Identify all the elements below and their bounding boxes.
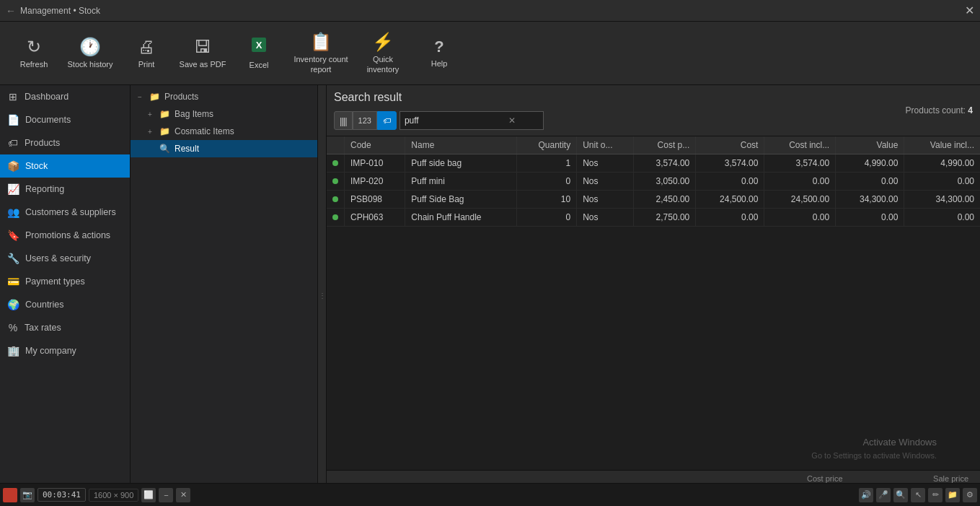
folder-cosmatic-icon: 📁 bbox=[159, 126, 170, 136]
taskbar-pen-icon[interactable]: ✏ bbox=[928, 488, 943, 502]
refresh-button[interactable]: ↻ Refresh bbox=[7, 25, 61, 82]
row-name: Puff mini bbox=[405, 173, 516, 191]
result-icon: 🔍 bbox=[159, 144, 170, 154]
search-filter-barcode[interactable]: |||| bbox=[334, 111, 353, 130]
back-icon[interactable]: ← bbox=[6, 5, 16, 17]
tree-toggle-result bbox=[148, 145, 155, 153]
search-input[interactable] bbox=[405, 115, 506, 126]
folder-products-icon: 📁 bbox=[149, 92, 160, 102]
taskbar-settings-icon[interactable]: ⚙ bbox=[963, 488, 977, 502]
sidebar-item-promotions-label: Promotions & actions bbox=[25, 230, 110, 240]
stock-history-label: Stock history bbox=[68, 60, 113, 69]
tax-icon: % bbox=[7, 322, 19, 333]
col-value-incl[interactable]: Value incl... bbox=[904, 136, 980, 154]
sidebar-item-dashboard[interactable]: ⊞ Dashboard bbox=[0, 85, 130, 108]
stock-history-button[interactable]: 🕐 Stock history bbox=[63, 25, 117, 82]
sidebar-item-countries[interactable]: 🌍 Countries bbox=[0, 293, 130, 316]
sidebar: ⊞ Dashboard 📄 Documents 🏷 Products 📦 Sto… bbox=[0, 85, 131, 506]
inventory-table: Code Name Quantity Unit o... Cost p... C… bbox=[327, 136, 980, 227]
col-value[interactable]: Value bbox=[836, 136, 904, 154]
sidebar-item-documents[interactable]: 📄 Documents bbox=[0, 108, 130, 131]
sidebar-item-customers-suppliers[interactable]: 👥 Customers & suppliers bbox=[0, 201, 130, 224]
row-cost-incl: 24,500.00 bbox=[764, 191, 836, 209]
row-value-incl: 0.00 bbox=[904, 209, 980, 227]
sidebar-item-stock-label: Stock bbox=[25, 161, 48, 171]
products-count: Products count: 4 bbox=[906, 105, 973, 115]
col-cost-p[interactable]: Cost p... bbox=[634, 136, 696, 154]
tree-item-bag-items[interactable]: + 📁 Bag Items bbox=[131, 105, 317, 123]
tree-toggle-cosmatic: + bbox=[148, 128, 155, 136]
row-dot bbox=[327, 173, 345, 191]
taskbar-mic-icon[interactable]: 🎤 bbox=[876, 488, 891, 502]
row-cost: 0.00 bbox=[696, 173, 764, 191]
save-as-pdf-button[interactable]: 🖫 Save as PDF bbox=[176, 25, 229, 82]
tree-item-result[interactable]: 🔍 Result bbox=[131, 140, 317, 157]
col-quantity[interactable]: Quantity bbox=[516, 136, 576, 154]
print-button[interactable]: 🖨 Print bbox=[120, 25, 173, 82]
sale-price-label: Sale price bbox=[933, 474, 968, 483]
col-unit[interactable]: Unit o... bbox=[577, 136, 634, 154]
sidebar-item-documents-label: Documents bbox=[25, 115, 71, 125]
close-icon[interactable]: ✕ bbox=[965, 5, 974, 17]
table-header-row: Code Name Quantity Unit o... Cost p... C… bbox=[327, 136, 980, 154]
sidebar-item-users-security[interactable]: 🔧 Users & security bbox=[0, 247, 130, 270]
sidebar-item-payment-types[interactable]: 💳 Payment types bbox=[0, 270, 130, 293]
excel-button[interactable]: X Excel bbox=[232, 25, 286, 82]
row-code: CPH063 bbox=[345, 209, 405, 227]
col-name[interactable]: Name bbox=[405, 136, 516, 154]
search-filter-123[interactable]: 123 bbox=[353, 111, 377, 130]
tree-item-products[interactable]: − 📁 Products bbox=[131, 88, 317, 105]
row-cost-incl: 0.00 bbox=[764, 209, 836, 227]
row-value: 34,300.00 bbox=[836, 191, 904, 209]
row-cost-incl: 0.00 bbox=[764, 173, 836, 191]
table-row[interactable]: PSB098 Puff Side Bag 10 Nos 2,450.00 24,… bbox=[327, 191, 980, 209]
titlebar-title: Management • Stock bbox=[20, 6, 100, 16]
table-row[interactable]: CPH063 Chain Puff Handle 0 Nos 2,750.00 … bbox=[327, 209, 980, 227]
quick-inventory-icon: ⚡ bbox=[372, 32, 394, 52]
row-quantity: 10 bbox=[516, 191, 576, 209]
sidebar-item-stock[interactable]: 📦 Stock bbox=[0, 154, 130, 178]
tree-result-label: Result bbox=[175, 144, 199, 154]
quick-inventory-label: Quick inventory bbox=[359, 55, 407, 74]
taskbar-close-small-icon[interactable]: ✕ bbox=[176, 488, 190, 502]
sidebar-item-reporting[interactable]: 📈 Reporting bbox=[0, 178, 130, 201]
taskbar-search-icon[interactable]: 🔍 bbox=[893, 488, 908, 502]
sidebar-item-tax-rates[interactable]: % Tax rates bbox=[0, 316, 130, 339]
quick-inventory-button[interactable]: ⚡ Quick inventory bbox=[356, 25, 410, 82]
sidebar-item-reporting-label: Reporting bbox=[25, 184, 64, 194]
sidebar-item-my-company[interactable]: 🏢 My company bbox=[0, 339, 130, 362]
col-cost-incl[interactable]: Cost incl... bbox=[764, 136, 836, 154]
row-dot bbox=[327, 209, 345, 227]
tree-item-cosmatic-items[interactable]: + 📁 Cosmatic Items bbox=[131, 123, 317, 140]
taskbar-camera-icon[interactable]: 📷 bbox=[20, 488, 35, 502]
table-row[interactable]: IMP-010 Puff side bag 1 Nos 3,574.00 3,5… bbox=[327, 154, 980, 173]
search-clear-icon[interactable]: ✕ bbox=[508, 115, 516, 126]
taskbar-minimize-icon[interactable]: − bbox=[159, 488, 173, 502]
row-cost-incl: 3,574.00 bbox=[764, 154, 836, 173]
sidebar-item-promotions[interactable]: 🔖 Promotions & actions bbox=[0, 224, 130, 247]
taskbar-window-icon[interactable]: ⬜ bbox=[141, 488, 156, 502]
folder-bag-icon: 📁 bbox=[159, 109, 170, 119]
table-row[interactable]: IMP-020 Puff mini 0 Nos 3,050.00 0.00 0.… bbox=[327, 173, 980, 191]
sidebar-item-products[interactable]: 🏷 Products bbox=[0, 131, 130, 154]
col-cost[interactable]: Cost bbox=[696, 136, 764, 154]
inventory-count-report-button[interactable]: 📋 Inventory count report bbox=[288, 25, 353, 82]
help-button[interactable]: ? Help bbox=[412, 25, 466, 82]
taskbar-sound-icon[interactable]: 🔊 bbox=[859, 488, 873, 502]
taskbar-folder-icon[interactable]: 📁 bbox=[945, 488, 960, 502]
search-title-wrap: Search result |||| 123 🏷 ✕ bbox=[334, 91, 544, 130]
row-unit: Nos bbox=[577, 209, 634, 227]
titlebar: ← Management • Stock ✕ bbox=[0, 0, 980, 22]
row-cost: 24,500.00 bbox=[696, 191, 764, 209]
row-value: 4,990.00 bbox=[836, 154, 904, 173]
row-cost: 0.00 bbox=[696, 209, 764, 227]
stock-icon: 📦 bbox=[7, 160, 19, 172]
tree-panel: − 📁 Products + 📁 Bag Items + 📁 Cosmatic … bbox=[131, 85, 318, 506]
col-code[interactable]: Code bbox=[345, 136, 405, 154]
collapse-handle[interactable]: ⋮ bbox=[318, 85, 327, 506]
taskbar-cursor-icon[interactable]: ↖ bbox=[911, 488, 925, 502]
search-filter-tag[interactable]: 🏷 bbox=[377, 111, 397, 130]
row-quantity: 0 bbox=[516, 209, 576, 227]
refresh-icon: ↻ bbox=[27, 37, 41, 57]
taskbar-app-icon[interactable] bbox=[3, 488, 17, 502]
